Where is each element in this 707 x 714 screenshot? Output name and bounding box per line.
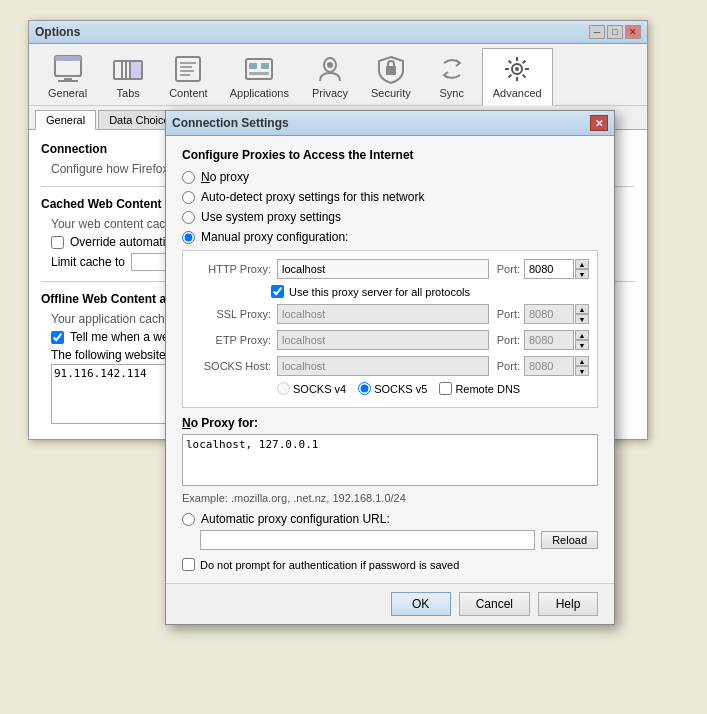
manual-proxy-row: Manual proxy configuration: [182, 230, 598, 244]
ftp-proxy-row: ETP Proxy: Port: ▲ ▼ [191, 330, 589, 350]
svg-point-21 [515, 67, 519, 71]
toolbar-privacy[interactable]: Privacy [300, 48, 360, 105]
auto-detect-row: Auto-detect proxy settings for this netw… [182, 190, 598, 204]
toolbar-advanced-label: Advanced [493, 87, 542, 99]
socks-host-label: SOCKS Host: [191, 360, 271, 372]
limit-cache-label: Limit cache to [51, 255, 125, 269]
auto-detect-label[interactable]: Auto-detect proxy settings for this netw… [201, 190, 424, 204]
ok-button[interactable]: OK [391, 592, 451, 616]
ftp-port-spinner: ▲ ▼ [575, 330, 589, 350]
security-icon [375, 53, 407, 85]
svg-rect-15 [261, 63, 269, 69]
http-proxy-label: HTTP Proxy: [191, 263, 271, 275]
sync-icon [436, 53, 468, 85]
http-proxy-input[interactable] [277, 259, 489, 279]
ftp-proxy-label: ETP Proxy: [191, 334, 271, 346]
svg-point-18 [327, 62, 333, 68]
socks-host-row: SOCKS Host: Port: ▲ ▼ [191, 356, 589, 376]
socks-port-input [524, 356, 574, 376]
applications-icon [243, 53, 275, 85]
ssl-port-down: ▼ [575, 314, 589, 324]
ssl-port-up: ▲ [575, 304, 589, 314]
socks-v5-radio [358, 382, 371, 395]
dialog-footer: OK Cancel Help [166, 583, 614, 624]
toolbar-privacy-label: Privacy [312, 87, 348, 99]
svg-rect-7 [130, 61, 142, 79]
dialog-body: Configure Proxies to Access the Internet… [166, 136, 614, 583]
use-for-all-checkbox[interactable] [271, 285, 284, 298]
toolbar-general-label: General [48, 87, 87, 99]
dialog-close-button[interactable]: ✕ [590, 115, 608, 131]
auth-checkbox[interactable] [182, 558, 195, 571]
socks-host-input [277, 356, 489, 376]
configure-label: Configure Proxies to Access the Internet [182, 148, 598, 162]
options-titlebar: Options ─ □ ✕ [29, 21, 647, 44]
no-proxy-section: No Proxy for: localhost, 127.0.0.1 Examp… [182, 416, 598, 504]
toolbar-content-label: Content [169, 87, 208, 99]
ftp-proxy-input [277, 330, 489, 350]
dialog-titlebar: Connection Settings ✕ [166, 111, 614, 136]
cancel-button[interactable]: Cancel [459, 592, 530, 616]
close-button[interactable]: ✕ [625, 25, 641, 39]
no-proxy-for-label: No Proxy for: [182, 416, 598, 430]
options-toolbar: General Tabs [29, 44, 647, 106]
toolbar-sync[interactable]: Sync [422, 48, 482, 105]
toolbar-advanced[interactable]: Advanced [482, 48, 553, 106]
remote-dns-checkbox [439, 382, 452, 395]
dialog-title: Connection Settings [172, 116, 289, 130]
ftp-port-up: ▲ [575, 330, 589, 340]
titlebar-controls: ─ □ ✕ [589, 25, 641, 39]
http-port-down[interactable]: ▼ [575, 269, 589, 279]
toolbar-security[interactable]: Security [360, 48, 422, 105]
no-proxy-textarea[interactable]: localhost, 127.0.0.1 [182, 434, 598, 486]
auto-detect-radio[interactable] [182, 191, 195, 204]
toolbar-applications[interactable]: Applications [219, 48, 300, 105]
system-proxy-radio[interactable] [182, 211, 195, 224]
svg-rect-13 [246, 59, 272, 79]
auto-proxy-url-input[interactable] [200, 530, 535, 550]
svg-line-29 [509, 75, 512, 78]
tab-general[interactable]: General [35, 110, 96, 130]
auth-label[interactable]: Do not prompt for authentication if pass… [200, 559, 459, 571]
socks-v4-label[interactable]: SOCKS v4 [277, 382, 346, 395]
reload-button[interactable]: Reload [541, 531, 598, 549]
socks-port-down: ▼ [575, 366, 589, 376]
svg-line-28 [523, 61, 526, 64]
use-for-all-row: Use this proxy server for all protocols [271, 285, 589, 298]
http-proxy-row: HTTP Proxy: Port: ▲ ▼ [191, 259, 589, 279]
manual-proxy-radio[interactable] [182, 231, 195, 244]
http-port-up[interactable]: ▲ [575, 259, 589, 269]
auto-proxy-label[interactable]: Automatic proxy configuration URL: [201, 512, 390, 526]
manual-proxy-label[interactable]: Manual proxy configuration: [201, 230, 348, 244]
http-port-input[interactable] [524, 259, 574, 279]
ssl-port-label: Port: [497, 308, 520, 320]
toolbar-content[interactable]: Content [158, 48, 219, 105]
help-button[interactable]: Help [538, 592, 598, 616]
ssl-port-input [524, 304, 574, 324]
toolbar-security-label: Security [371, 87, 411, 99]
general-icon [52, 53, 84, 85]
socks-v5-label[interactable]: SOCKS v5 [358, 382, 427, 395]
svg-rect-4 [58, 80, 78, 82]
auto-proxy-row: Automatic proxy configuration URL: [182, 512, 598, 526]
toolbar-tabs[interactable]: Tabs [98, 48, 158, 105]
no-proxy-radio[interactable] [182, 171, 195, 184]
no-proxy-label[interactable]: No proxy [201, 170, 249, 184]
minimize-button[interactable]: ─ [589, 25, 605, 39]
remote-dns-label[interactable]: Remote DNS [439, 382, 520, 395]
tellme-checkbox[interactable] [51, 331, 64, 344]
ssl-proxy-input [277, 304, 489, 324]
socks-version-row: SOCKS v4 SOCKS v5 Remote DNS [277, 382, 589, 395]
auth-row: Do not prompt for authentication if pass… [182, 558, 598, 571]
socks-port-label: Port: [497, 360, 520, 372]
http-port-spinner[interactable]: ▲ ▼ [575, 259, 589, 279]
ftp-port-down: ▼ [575, 340, 589, 350]
ftp-port-label: Port: [497, 334, 520, 346]
system-proxy-label[interactable]: Use system proxy settings [201, 210, 341, 224]
toolbar-general[interactable]: General [37, 48, 98, 105]
options-title: Options [35, 25, 80, 39]
override-checkbox[interactable] [51, 236, 64, 249]
auto-proxy-radio[interactable] [182, 513, 195, 526]
use-for-all-label[interactable]: Use this proxy server for all protocols [289, 286, 470, 298]
maximize-button[interactable]: □ [607, 25, 623, 39]
